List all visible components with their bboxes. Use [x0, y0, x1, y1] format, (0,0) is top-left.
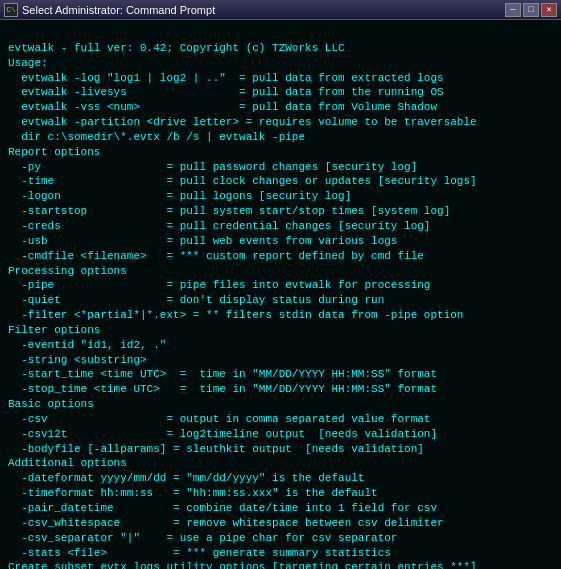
console-line: dir c:\somedir\*.evtx /b /s | evtwalk -p…: [8, 130, 553, 145]
close-button[interactable]: ✕: [541, 3, 557, 17]
minimize-button[interactable]: —: [505, 3, 521, 17]
console-line: -filter <*partial*|*.ext> = ** filters s…: [8, 308, 553, 323]
console-line: -py = pull password changes [security lo…: [8, 160, 553, 175]
console-line: -time = pull clock changes or updates [s…: [8, 174, 553, 189]
console-line: -eventid "id1, id2, .": [8, 338, 553, 353]
console-line: -timeformat hh:mm:ss = "hh:mm:ss.xxx" is…: [8, 486, 553, 501]
console-line: -creds = pull credential changes [securi…: [8, 219, 553, 234]
console-line: Usage:: [8, 56, 553, 71]
console-line: -stats <file> = *** generate summary sta…: [8, 546, 553, 561]
console-line: evtwalk - full ver: 0.42; Copyright (c) …: [8, 41, 553, 56]
console-line: -csv_whitespace = remove whitespace betw…: [8, 516, 553, 531]
maximize-button[interactable]: □: [523, 3, 539, 17]
console-line: -string <substring>: [8, 353, 553, 368]
console-line: -startstop = pull system start/stop time…: [8, 204, 553, 219]
console-line: evtwalk -livesys = pull data from the ru…: [8, 85, 553, 100]
console-line: -stop_time <time UTC> = time in "MM/DD/Y…: [8, 382, 553, 397]
console-line: evtwalk -partition <drive letter> = requ…: [8, 115, 553, 130]
console-line: Processing options: [8, 264, 553, 279]
console-line: -usb = pull web events from various logs: [8, 234, 553, 249]
console-output: evtwalk - full ver: 0.42; Copyright (c) …: [0, 20, 561, 569]
window-title: Select Administrator: Command Prompt: [22, 4, 215, 16]
console-line: -logon = pull logons [security log]: [8, 189, 553, 204]
console-line: evtwalk -vss <num> = pull data from Volu…: [8, 100, 553, 115]
console-line: -csv12t = log2timeline output [needs val…: [8, 427, 553, 442]
console-line: -cmdfile <filename> = *** custom report …: [8, 249, 553, 264]
console-line: Create subset evtx logs utility options …: [8, 560, 553, 569]
console-line: -pair_datetime = combine date/time into …: [8, 501, 553, 516]
console-line: evtwalk -log "log1 | log2 | .." = pull d…: [8, 71, 553, 86]
console-line: -dateformat yyyy/mm/dd = "mm/dd/yyyy" is…: [8, 471, 553, 486]
console-line: -csv = output in comma separated value f…: [8, 412, 553, 427]
console-line: Additional options: [8, 456, 553, 471]
console-line: -quiet = don't display status during run: [8, 293, 553, 308]
console-line: Basic options: [8, 397, 553, 412]
title-bar-left: C\ Select Administrator: Command Prompt: [4, 3, 215, 17]
console-line: Filter options: [8, 323, 553, 338]
console-line: Report options: [8, 145, 553, 160]
console-line: -start_time <time UTC> = time in "MM/DD/…: [8, 367, 553, 382]
window-controls: — □ ✕: [505, 3, 557, 17]
console-line: -pipe = pipe files into evtwalk for proc…: [8, 278, 553, 293]
title-bar: C\ Select Administrator: Command Prompt …: [0, 0, 561, 20]
app-icon: C\: [4, 3, 18, 17]
console-line: -csv_separator "|" = use a pipe char for…: [8, 531, 553, 546]
console-line: -bodyfile [-allparams] = sleuthkit outpu…: [8, 442, 553, 457]
